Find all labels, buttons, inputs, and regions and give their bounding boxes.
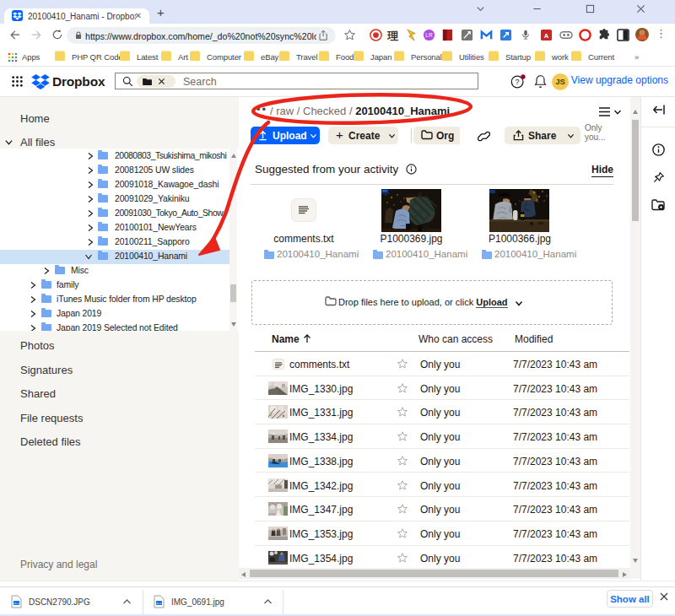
svg-text:LR: LR — [425, 32, 433, 38]
svg-text:A: A — [544, 32, 549, 40]
svg-text:?: ? — [516, 78, 520, 86]
